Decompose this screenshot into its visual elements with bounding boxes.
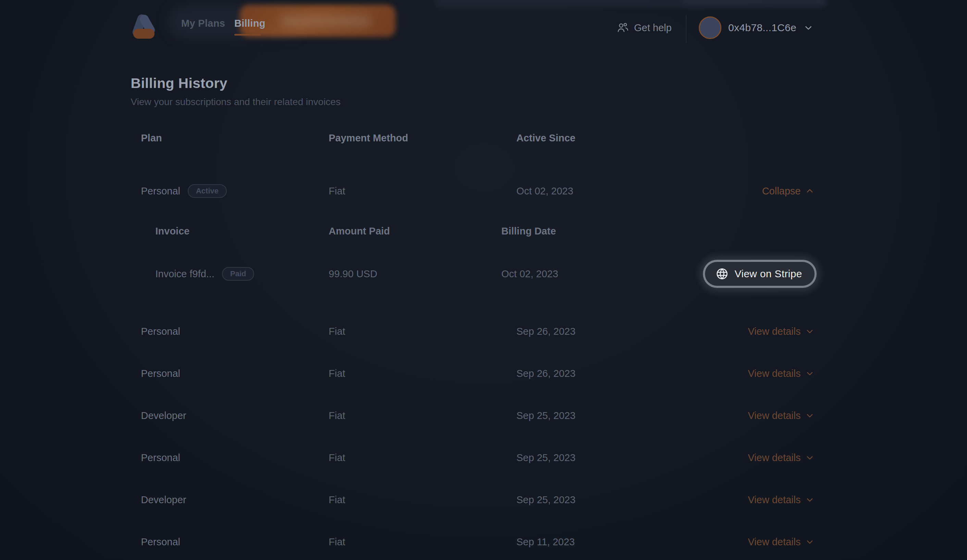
billing-page: Billing History View your subscriptions … [131,75,837,552]
invoice-header-row: Invoice Amount Paid Billing Date [131,221,837,241]
active-since-cell: Oct 02, 2023 [517,186,685,197]
view-details-label: View details [748,452,800,463]
chevron-down-icon [805,411,815,420]
nav-divider [686,15,686,43]
active-since-cell: Sep 11, 2023 [517,536,685,548]
app-logo-icon [127,11,160,41]
page-title: Billing History [131,75,837,92]
payment-method-cell: Fiat [329,494,517,506]
top-nav: My Plans Billing Get help 0x4b78...1C6e [0,0,967,48]
invoice-cell: Invoice f9fd... Paid [155,267,329,281]
plan-name: Personal [141,186,180,197]
col-header-amount-paid: Amount Paid [329,226,502,237]
chevron-down-icon [805,326,815,336]
tab-my-plans[interactable]: My Plans [181,18,225,29]
collapse-button[interactable]: Collapse [762,186,815,197]
view-details-label: View details [748,410,800,422]
page-subtitle: View your subscriptions and their relate… [131,97,837,107]
get-help-button[interactable]: Get help [616,21,672,34]
subscription-row: Personal Fiat Sep 26, 2023 View details [131,321,837,342]
table-header-row: Plan Payment Method Active Since [131,128,837,148]
chevron-down-icon [805,495,815,504]
chevron-down-icon [805,537,815,547]
view-on-stripe-label: View on Stripe [734,268,802,280]
active-since-cell: Sep 25, 2023 [517,494,685,506]
plan-name: Developer [141,494,329,506]
subscription-row: Personal Fiat Sep 25, 2023 View details [131,447,837,468]
invoice-id: Invoice f9fd... [155,268,215,280]
active-since-cell: Sep 26, 2023 [517,368,685,379]
active-since-cell: Sep 26, 2023 [517,326,685,337]
view-details-button[interactable]: View details [748,410,814,422]
globe-icon [715,267,729,281]
get-help-label: Get help [634,22,672,33]
view-details-button[interactable]: View details [748,326,814,337]
view-on-stripe-button[interactable]: View on Stripe [705,262,814,286]
plan-name: Personal [141,368,329,379]
account-menu-button[interactable]: 0x4b78...1C6e [699,16,814,39]
view-details-label: View details [748,368,800,379]
active-since-cell: Sep 25, 2023 [517,452,685,463]
plan-name: Developer [141,410,329,422]
payment-method-cell: Fiat [329,410,517,422]
avatar [699,16,721,39]
collapse-label: Collapse [762,186,801,197]
view-details-button[interactable]: View details [748,452,814,463]
col-header-billing-date: Billing Date [502,226,685,237]
plan-cell: Personal Active [141,184,329,198]
payment-method-cell: Fiat [329,452,517,463]
col-header-active-since: Active Since [517,132,685,144]
payment-method-cell: Fiat [329,326,517,337]
payment-method-cell: Fiat [329,368,517,379]
view-details-label: View details [748,326,800,337]
plan-name: Personal [141,326,329,337]
status-badge-paid: Paid [222,267,254,281]
invoice-row: Invoice f9fd... Paid 99.90 USD Oct 02, 2… [131,260,837,288]
tab-billing[interactable]: Billing [234,18,266,29]
chevron-down-icon [805,453,815,463]
billing-tab-underline [234,34,261,36]
view-details-label: View details [748,536,800,548]
view-details-button[interactable]: View details [748,536,814,548]
chevron-down-icon [805,369,815,378]
col-header-payment-method: Payment Method [329,132,517,144]
view-details-label: View details [748,494,800,506]
payment-method-cell: Fiat [329,186,517,197]
billing-history-table: Plan Payment Method Active Since Persona… [131,128,837,552]
wallet-address: 0x4b78...1C6e [728,22,796,33]
chevron-up-icon [805,186,815,196]
subscription-row: Developer Fiat Sep 25, 2023 View details [131,489,837,510]
plan-name: Personal [141,452,329,463]
view-details-button[interactable]: View details [748,368,814,379]
subscription-row: Developer Fiat Sep 25, 2023 View details [131,405,837,426]
billing-date-cell: Oct 02, 2023 [502,268,685,280]
active-since-cell: Sep 25, 2023 [517,410,685,422]
subscription-row-expanded: Personal Active Fiat Oct 02, 2023 Collap… [131,181,837,201]
status-badge-active: Active [188,184,227,198]
subscription-row: Personal Fiat Sep 26, 2023 View details [131,363,837,384]
subscription-row: Personal Fiat Sep 11, 2023 View details [131,532,837,552]
plan-name: Personal [141,536,329,548]
view-details-button[interactable]: View details [748,494,814,506]
col-header-invoice: Invoice [155,226,329,237]
payment-method-cell: Fiat [329,536,517,548]
users-icon [616,21,629,34]
amount-paid-cell: 99.90 USD [329,268,502,280]
col-header-plan: Plan [141,132,329,144]
chevron-down-icon [803,23,814,33]
app-logo[interactable] [127,11,160,43]
